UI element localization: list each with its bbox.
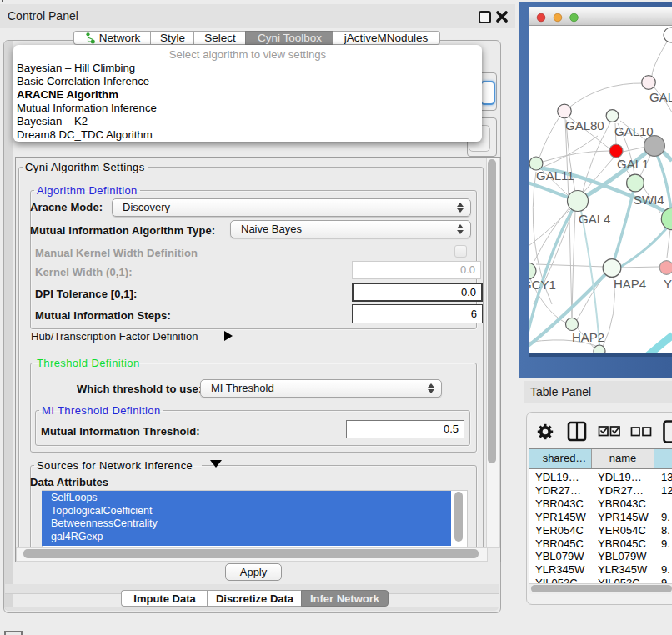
svg-text:GAL4: GAL4 [579,212,610,226]
svg-text:GAL: GAL [649,90,672,104]
svg-text:GAL11: GAL11 [536,168,574,182]
svg-text:HAP4: HAP4 [614,277,646,291]
svg-text:HAP2: HAP2 [572,330,604,344]
svg-text:GAL80: GAL80 [565,118,604,132]
svg-text:SWI4: SWI4 [634,192,664,207]
svg-text:GAL10: GAL10 [614,124,654,138]
svg-text:Y: Y [664,277,672,291]
svg-text:GAL1: GAL1 [617,157,649,171]
